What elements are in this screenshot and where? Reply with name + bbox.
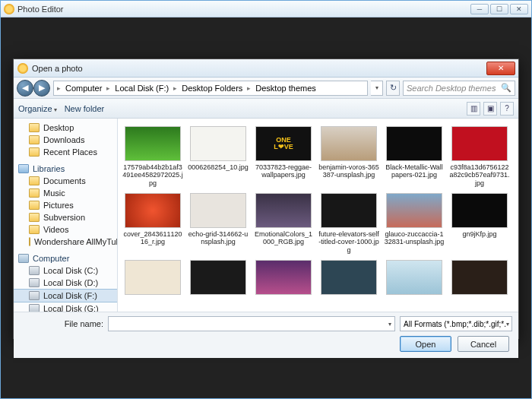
maximize-button[interactable]: ☐ bbox=[490, 4, 508, 14]
drive-icon bbox=[29, 278, 40, 287]
file-list[interactable]: 17579ab44b2b1af3491ee4582972025.jpg00062… bbox=[118, 119, 518, 312]
thumbnail-image bbox=[190, 126, 246, 161]
sidebar-item-recent[interactable]: Recent Places bbox=[14, 146, 117, 158]
search-icon: 🔍 bbox=[501, 83, 511, 93]
file-thumb[interactable]: 0006268254_10.jpg bbox=[188, 126, 249, 187]
file-name-label: cover_284361112016_r.jpg bbox=[122, 230, 183, 246]
sidebar-item-music[interactable]: Music bbox=[14, 187, 117, 199]
sidebar-computer-head[interactable]: Computer bbox=[14, 252, 117, 264]
crumb[interactable]: Computer bbox=[62, 84, 105, 93]
thumbnail-image bbox=[321, 193, 377, 228]
minimize-button[interactable]: ─ bbox=[470, 4, 489, 14]
thumbnail-image bbox=[255, 193, 312, 228]
folder-icon bbox=[29, 123, 40, 132]
sidebar-item-videos[interactable]: Videos bbox=[14, 223, 117, 236]
sidebar-drive-c[interactable]: Local Disk (C:) bbox=[14, 264, 117, 277]
filename-label: File name: bbox=[20, 319, 103, 328]
sidebar-libraries-head[interactable]: Libraries bbox=[14, 163, 117, 175]
dialog-close-button[interactable]: ✕ bbox=[486, 62, 515, 75]
thumbnail-image bbox=[451, 126, 508, 161]
sidebar: Desktop Downloads Recent Places Librarie… bbox=[14, 119, 118, 312]
dialog-footer: File name: ▾ All Formats (*.bmp;*.dib;*.… bbox=[14, 312, 518, 358]
sidebar-item-pictures[interactable]: Pictures bbox=[14, 199, 117, 211]
file-name-label: EmotionalColors_1000_RGB.jpg bbox=[253, 230, 314, 246]
file-thumb[interactable]: glauco-zuccaccia-132831-unsplash.jpg bbox=[384, 193, 445, 254]
file-thumb[interactable] bbox=[122, 260, 183, 297]
file-thumb[interactable]: future-elevators-self-titled-cover-1000.… bbox=[318, 193, 379, 254]
forward-button[interactable]: ▶ bbox=[33, 80, 50, 97]
crumb[interactable]: Local Disk (F:) bbox=[112, 84, 172, 93]
file-name-label: 17579ab44b2b1af3491ee4582972025.jpg bbox=[122, 163, 183, 187]
crumb[interactable]: Desktop themes bbox=[252, 84, 318, 93]
help-button[interactable]: ? bbox=[500, 102, 514, 116]
sidebar-drive-g[interactable]: Local Disk (G:) bbox=[14, 302, 117, 312]
thumbnail-image bbox=[451, 193, 508, 228]
file-thumb[interactable] bbox=[449, 260, 510, 297]
sidebar-item-documents[interactable]: Documents bbox=[14, 175, 117, 187]
file-name-label: benjamin-voros-365387-unsplash.jpg bbox=[318, 163, 379, 179]
refresh-button[interactable]: ↻ bbox=[386, 81, 400, 96]
back-button[interactable]: ◀ bbox=[17, 80, 33, 97]
drive-icon bbox=[29, 304, 40, 312]
thumbnail-image bbox=[190, 193, 246, 228]
thumbnail-image bbox=[451, 260, 508, 295]
file-thumb[interactable]: 17579ab44b2b1af3491ee4582972025.jpg bbox=[122, 126, 183, 187]
file-name-label: gn9jKfp.jpg bbox=[462, 230, 496, 238]
preview-pane-button[interactable]: ▣ bbox=[483, 102, 497, 116]
close-button[interactable]: ✕ bbox=[510, 4, 528, 14]
thumbnail-image bbox=[125, 126, 181, 161]
thumbnail-image bbox=[125, 193, 181, 228]
thumbnail-image bbox=[190, 260, 246, 295]
file-name-label: echo-grid-314662-unsplash.jpg bbox=[188, 230, 249, 246]
file-thumb[interactable] bbox=[384, 260, 445, 297]
chevron-right-icon: ▸ bbox=[105, 84, 112, 92]
file-thumb[interactable]: EmotionalColors_1000_RGB.jpg bbox=[253, 193, 314, 254]
file-thumb[interactable]: c93f8a13d6756122a82c9cb57eaf9731.jpg bbox=[449, 126, 510, 187]
new-folder-button[interactable]: New folder bbox=[65, 104, 105, 113]
thumbnail-image bbox=[125, 260, 181, 295]
search-input[interactable]: Search Desktop themes 🔍 bbox=[403, 81, 515, 96]
breadcrumb-dropdown[interactable]: ▾ bbox=[371, 81, 383, 96]
filename-input[interactable]: ▾ bbox=[108, 316, 395, 331]
folder-icon bbox=[29, 135, 40, 144]
folder-icon bbox=[29, 147, 40, 157]
organize-menu[interactable]: Organize▾ bbox=[18, 104, 57, 113]
file-thumb[interactable]: gn9jKfp.jpg bbox=[449, 193, 510, 254]
open-file-dialog: Open a photo ✕ ◀ ▶ ▸ Computer ▸ Local Di… bbox=[13, 59, 519, 339]
cancel-button[interactable]: Cancel bbox=[458, 336, 509, 352]
folder-icon bbox=[29, 176, 40, 185]
app-window: Photo Editor ─ ☐ ✕ Open a photo ✕ ◀ ▶ ▸ … bbox=[0, 0, 532, 399]
sidebar-item-desktop[interactable]: Desktop bbox=[14, 122, 117, 134]
dialog-titlebar[interactable]: Open a photo ✕ bbox=[14, 59, 518, 78]
sidebar-item-downloads[interactable]: Downloads bbox=[14, 134, 117, 146]
dialog-title: Open a photo bbox=[32, 64, 83, 73]
drive-icon bbox=[29, 291, 40, 300]
file-name-label: future-elevators-self-titled-cover-1000.… bbox=[318, 230, 379, 254]
crumb[interactable]: Desktop Folders bbox=[179, 84, 245, 93]
file-thumb[interactable]: Black-Metallic-Wallpapers-021.jpg bbox=[384, 126, 445, 187]
open-button[interactable]: Open bbox=[400, 336, 451, 352]
toolbar: Organize▾ New folder ▥ ▣ ? bbox=[14, 99, 518, 119]
app-body: Open a photo ✕ ◀ ▶ ▸ Computer ▸ Local Di… bbox=[1, 17, 531, 398]
thumbnail-image bbox=[386, 126, 442, 161]
filetype-select[interactable]: All Formats (*.bmp;*.dib;*.gif;*.▾ bbox=[400, 316, 512, 331]
chevron-right-icon: ▸ bbox=[55, 84, 62, 92]
sidebar-item-wondershare[interactable]: Wondershare AllMyTube bbox=[14, 236, 117, 248]
app-titlebar[interactable]: Photo Editor ─ ☐ ✕ bbox=[1, 1, 531, 17]
file-name-label: c93f8a13d6756122a82c9cb57eaf9731.jpg bbox=[449, 163, 510, 187]
thumbnail-image bbox=[321, 126, 377, 161]
file-thumb[interactable]: benjamin-voros-365387-unsplash.jpg bbox=[318, 126, 379, 187]
file-thumb[interactable]: cover_284361112016_r.jpg bbox=[122, 193, 183, 254]
file-thumb[interactable] bbox=[318, 260, 379, 297]
file-thumb[interactable]: echo-grid-314662-unsplash.jpg bbox=[188, 193, 249, 254]
dialog-icon bbox=[17, 63, 28, 74]
app-icon bbox=[4, 4, 14, 14]
breadcrumb[interactable]: ▸ Computer ▸ Local Disk (F:) ▸ Desktop F… bbox=[53, 81, 368, 96]
sidebar-drive-f[interactable]: Local Disk (F:) bbox=[14, 289, 117, 302]
view-button[interactable]: ▥ bbox=[467, 102, 480, 116]
file-thumb[interactable] bbox=[253, 260, 314, 297]
sidebar-item-subversion[interactable]: Subversion bbox=[14, 211, 117, 223]
sidebar-drive-d[interactable]: Local Disk (D:) bbox=[14, 277, 117, 289]
file-thumb[interactable]: ONE L❤VE70337823-reggae-wallpapers.jpg bbox=[253, 126, 314, 187]
file-thumb[interactable] bbox=[188, 260, 249, 297]
